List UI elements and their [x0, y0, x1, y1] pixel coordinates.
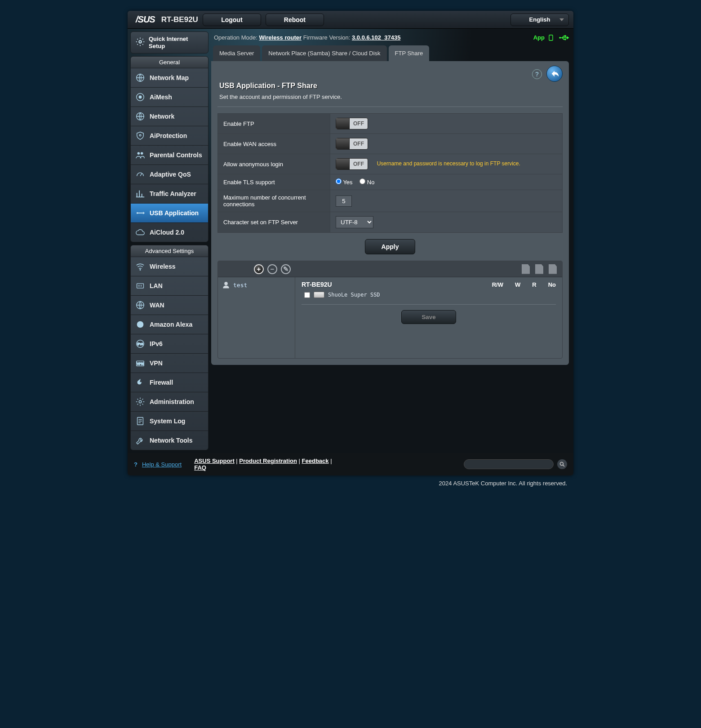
help-support-icon: ?: [134, 461, 138, 468]
tab-network-place-samba-share-cloud-disk[interactable]: Network Place (Samba) Share / Cloud Disk: [262, 45, 386, 61]
help-support-link[interactable]: Help & Support: [142, 461, 182, 468]
svg-point-12: [137, 321, 144, 328]
sidebar-general-aiprotection[interactable]: AiProtection: [131, 126, 208, 145]
menu-label: AiProtection: [150, 132, 187, 139]
maxconn-label: Maximum number of concurrent connections: [218, 190, 330, 212]
fw-version-link[interactable]: 3.0.0.6.102_37435: [352, 34, 400, 41]
feedback-link[interactable]: Feedback: [302, 457, 329, 464]
menu-label: Administration: [150, 398, 194, 405]
sidebar-general-network-map[interactable]: Network Map: [131, 68, 208, 87]
usb-icon[interactable]: [559, 35, 569, 41]
sidebar-advanced-wireless[interactable]: Wireless: [131, 257, 208, 276]
usb-icon: [135, 208, 145, 218]
sidebar-general-traffic-analyzer[interactable]: Traffic Analyzer: [131, 184, 208, 203]
sidebar-advanced-vpn[interactable]: VPNVPN: [131, 353, 208, 373]
sidebar-advanced-ipv6[interactable]: IPv6IPv6: [131, 334, 208, 353]
save-button[interactable]: Save: [401, 310, 456, 324]
qis-label: Quick Internet Setup: [149, 36, 188, 49]
sidebar-general-network[interactable]: Network: [131, 107, 208, 126]
remove-user-button[interactable]: −: [267, 264, 277, 274]
fw-label: Firmware Version:: [303, 34, 350, 41]
tab-ftp-share[interactable]: FTP Share: [389, 45, 430, 61]
language-dropdown[interactable]: English: [510, 13, 569, 26]
ipv6-icon: IPv6: [135, 339, 145, 349]
help-icon[interactable]: ?: [532, 69, 542, 79]
toggle-state: OFF: [350, 161, 368, 167]
svg-point-7: [141, 152, 143, 155]
panel-title: USB Application - FTP Share: [217, 67, 563, 93]
svg-text:IPv6: IPv6: [137, 342, 143, 346]
sidebar-advanced-amazon-alexa[interactable]: Amazon Alexa: [131, 315, 208, 334]
menu-label: Firewall: [150, 379, 173, 386]
cloud-icon: [135, 227, 145, 237]
sidebar-general-aimesh[interactable]: AiMesh: [131, 87, 208, 107]
svg-rect-10: [137, 284, 144, 288]
advanced-section: Advanced Settings WirelessLANWANAmazon A…: [130, 245, 209, 450]
menu-label: AiCloud 2.0: [150, 229, 184, 236]
tls-yes-option[interactable]: Yes: [336, 179, 353, 186]
faq-link[interactable]: FAQ: [194, 464, 206, 471]
perm-col-r: R: [532, 281, 536, 288]
permission-panel: + − ✎: [217, 261, 563, 359]
disk-row[interactable]: ShuoLe Super SSD: [302, 290, 556, 302]
sidebar-general-parental-controls[interactable]: Parental Controls: [131, 145, 208, 164]
menu-label: USB Application: [150, 209, 199, 217]
product-reg-link[interactable]: Product Registration: [239, 457, 297, 464]
app-link[interactable]: App: [533, 34, 555, 41]
enable-ftp-label: Enable FTP: [218, 114, 330, 134]
tls-no-option[interactable]: No: [359, 179, 374, 186]
disk-icon: [314, 292, 324, 298]
reboot-button[interactable]: Reboot: [266, 13, 324, 26]
menu-label: Amazon Alexa: [150, 321, 192, 328]
wifi-icon: [135, 262, 145, 271]
toggle-state: OFF: [350, 141, 368, 147]
svg-point-3: [139, 96, 142, 98]
doc-action-3-icon[interactable]: [549, 264, 557, 274]
logout-button[interactable]: Logout: [203, 13, 261, 26]
apply-button[interactable]: Apply: [365, 239, 416, 254]
advanced-title: Advanced Settings: [131, 245, 208, 257]
model-label: RT-BE92U: [159, 15, 198, 24]
sidebar-advanced-firewall[interactable]: Firewall: [131, 373, 208, 392]
doc-action-2-icon[interactable]: [535, 264, 543, 274]
sidebar-advanced-administration[interactable]: Administration: [131, 392, 208, 411]
menu-label: IPv6: [150, 340, 163, 347]
perm-col-w: W: [515, 281, 520, 288]
lan-icon: [135, 281, 145, 291]
anon-login-toggle[interactable]: OFF: [336, 158, 368, 170]
sidebar-advanced-lan[interactable]: LAN: [131, 276, 208, 295]
doc-action-1-icon[interactable]: [522, 264, 530, 274]
footer-search-button[interactable]: [557, 459, 567, 469]
tab-media-server[interactable]: Media Server: [213, 45, 260, 61]
menu-label: System Log: [150, 417, 185, 425]
menu-label: Wireless: [150, 263, 175, 270]
user-row[interactable]: test: [222, 281, 291, 289]
sidebar-general-usb-application[interactable]: USB Application: [131, 203, 208, 222]
svg-point-6: [138, 152, 140, 155]
asus-support-link[interactable]: ASUS Support: [194, 457, 235, 464]
enable-wan-toggle[interactable]: OFF: [336, 138, 368, 150]
disk-expand-checkbox[interactable]: [304, 292, 310, 298]
quick-internet-setup[interactable]: Quick Internet Setup: [130, 31, 209, 53]
brand-logo: /SUS: [132, 14, 159, 25]
enable-wan-label: Enable WAN access: [218, 134, 330, 154]
enable-ftp-toggle[interactable]: OFF: [336, 118, 368, 129]
sidebar-advanced-system-log[interactable]: System Log: [131, 411, 208, 431]
op-mode-link[interactable]: Wireless router: [259, 34, 302, 41]
sidebar-general-adaptive-qos[interactable]: Adaptive QoS: [131, 164, 208, 184]
sidebar-general-aicloud-2-0[interactable]: AiCloud 2.0: [131, 222, 208, 242]
footer-search-input[interactable]: [464, 459, 554, 469]
edit-user-button[interactable]: ✎: [281, 264, 291, 274]
globe-icon: [135, 300, 145, 310]
charset-select[interactable]: UTF-8: [336, 216, 373, 228]
maxconn-input[interactable]: [336, 195, 352, 207]
menu-label: LAN: [150, 282, 163, 289]
tools-icon: [135, 435, 145, 445]
back-button[interactable]: [546, 66, 563, 82]
sidebar-advanced-wan[interactable]: WAN: [131, 295, 208, 315]
user-icon: [222, 281, 231, 289]
add-user-button[interactable]: +: [254, 264, 264, 274]
svg-point-24: [560, 462, 563, 466]
settings-table: Enable FTP OFF Enable WAN access OFF All…: [217, 113, 563, 233]
sidebar-advanced-network-tools[interactable]: Network Tools: [131, 431, 208, 450]
